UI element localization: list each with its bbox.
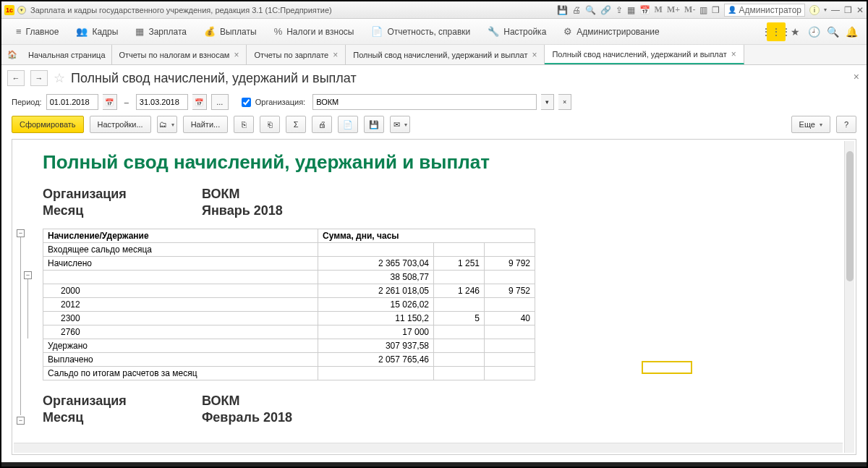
table-row: 201215 026,02 bbox=[43, 298, 535, 312]
find-button[interactable]: Найти... bbox=[183, 116, 229, 133]
month-meta-value-2: Февраль 2018 bbox=[202, 410, 292, 425]
outline-line bbox=[20, 237, 21, 415]
org-dropdown-button[interactable]: ▾ bbox=[541, 94, 554, 110]
menu-nalogi[interactable]: %Налоги и взносы bbox=[265, 26, 363, 37]
expand-button[interactable]: ⎘ bbox=[234, 116, 254, 133]
org-clear-button[interactable]: × bbox=[558, 94, 571, 110]
selected-cell[interactable] bbox=[642, 361, 692, 374]
close-icon[interactable]: × bbox=[333, 50, 338, 60]
menu-zarplata[interactable]: ▦Зарплата bbox=[127, 26, 195, 37]
info-icon[interactable]: i bbox=[809, 5, 820, 15]
report-title: Полный свод начислений, удержаний и выпл… bbox=[43, 151, 844, 174]
more-button[interactable]: Еще▾ bbox=[791, 116, 830, 133]
window-titlebar: 1c ▾ Зарплата и кадры государственного у… bbox=[1, 1, 867, 19]
tab-4-label: Полный свод начислений, удержаний и выпл… bbox=[552, 50, 726, 59]
month-meta-label-2: Месяц bbox=[43, 410, 202, 425]
variants-button[interactable]: 🗂▾ bbox=[157, 116, 177, 133]
user-name: Администратор bbox=[739, 5, 801, 15]
tab-3-label: Полный свод начислений, удержаний и выпл… bbox=[353, 51, 527, 59]
print-button[interactable]: 🖨 bbox=[312, 116, 332, 133]
minimize-icon[interactable]: — bbox=[831, 5, 840, 15]
org-meta-label-2: Организация bbox=[43, 393, 202, 409]
upload-icon[interactable]: ⇪ bbox=[616, 5, 623, 15]
calendar-icon[interactable]: 📅 bbox=[639, 5, 650, 15]
favorite-star-icon[interactable]: ☆ bbox=[54, 70, 65, 86]
save-icon[interactable]: 💾 bbox=[557, 5, 568, 15]
collapse-toggle[interactable]: − bbox=[24, 271, 32, 279]
horizontal-scrollbar[interactable] bbox=[14, 443, 843, 453]
vertical-scrollbar[interactable] bbox=[844, 141, 854, 453]
col-header-2: Сумма, дни, часы bbox=[318, 229, 535, 243]
preview-button[interactable]: 📄 bbox=[338, 116, 358, 133]
calc-icon[interactable]: ▦ bbox=[627, 5, 635, 15]
report-area: − − − Полный свод начислений, удержаний … bbox=[12, 139, 856, 455]
info-dropdown[interactable]: ▾ bbox=[824, 7, 827, 13]
close-window-icon[interactable]: ✕ bbox=[856, 5, 864, 15]
favorites-button[interactable]: ★ bbox=[786, 22, 804, 41]
period-picker-button[interactable]: ... bbox=[211, 94, 229, 110]
org-meta-value: ВОКМ bbox=[202, 187, 240, 202]
calendar-to-button[interactable]: 📅 bbox=[192, 94, 207, 110]
zoom-mminus-icon[interactable]: M- bbox=[684, 4, 695, 15]
table-row: Удержано307 937,58 bbox=[43, 339, 535, 353]
tab-1-label: Отчеты по налогам и взносам bbox=[119, 51, 230, 59]
link-icon[interactable]: 🔗 bbox=[600, 5, 611, 15]
tab-tax-reports[interactable]: Отчеты по налогам и взносам× bbox=[112, 45, 247, 64]
menu-nastr[interactable]: 🔧Настройка bbox=[479, 26, 555, 37]
table-row: 230011 150,2540 bbox=[43, 312, 535, 326]
percent-icon: % bbox=[274, 26, 283, 37]
history-button[interactable]: 🕘 bbox=[804, 22, 823, 41]
save-report-button[interactable]: 💾 bbox=[364, 116, 384, 133]
close-icon[interactable]: × bbox=[532, 50, 537, 60]
org-input[interactable] bbox=[312, 94, 537, 110]
window-icon[interactable]: ❐ bbox=[712, 5, 720, 15]
menu-otchet[interactable]: 📄Отчетность, справки bbox=[362, 26, 479, 37]
tab-salary-reports[interactable]: Отчеты по зарплате× bbox=[247, 45, 346, 64]
page-close-icon[interactable]: × bbox=[854, 71, 859, 82]
nav-forward-button[interactable]: → bbox=[30, 70, 48, 86]
settings-button[interactable]: Настройки... bbox=[90, 116, 151, 133]
app-logo-icon: 1c bbox=[4, 5, 14, 15]
grid-icon[interactable]: ▥ bbox=[699, 5, 707, 15]
collapse-toggle[interactable]: − bbox=[17, 417, 25, 425]
menu-main-icon: ≡ bbox=[16, 26, 22, 37]
search-icon[interactable]: 🔍 bbox=[585, 5, 596, 15]
org-checkbox[interactable] bbox=[242, 98, 251, 107]
app-menu-dropdown[interactable]: ▾ bbox=[17, 6, 26, 14]
help-button[interactable]: ? bbox=[836, 116, 856, 133]
notifications-button[interactable]: 🔔 bbox=[842, 22, 861, 41]
menu-vyplaty[interactable]: 💰Выплаты bbox=[195, 26, 265, 37]
tab-home[interactable]: 🏠 Начальная страница bbox=[1, 45, 112, 64]
window-title: Зарплата и кадры государственного учрежд… bbox=[30, 6, 332, 14]
collapse-button[interactable]: ⎗ bbox=[260, 116, 280, 133]
col-header-1: Начисление/Удержание bbox=[43, 229, 318, 243]
menu-admin[interactable]: ⚙Администрирование bbox=[555, 26, 668, 37]
org-meta-value-2: ВОКМ bbox=[202, 393, 240, 409]
menu-nastr-label: Настройка bbox=[503, 27, 546, 37]
close-icon[interactable]: × bbox=[234, 50, 239, 60]
close-icon[interactable]: × bbox=[731, 49, 736, 59]
tab-svod-1[interactable]: Полный свод начислений, удержаний и выпл… bbox=[346, 45, 545, 64]
menu-zarplata-label: Зарплата bbox=[148, 27, 187, 37]
menu-kadry[interactable]: 👥Кадры bbox=[67, 26, 127, 37]
zoom-m-icon[interactable]: M bbox=[655, 4, 663, 15]
date-to-input[interactable] bbox=[136, 94, 188, 110]
generate-button[interactable]: Сформировать bbox=[12, 116, 84, 133]
sum-button[interactable]: Σ bbox=[286, 116, 306, 133]
calendar-from-button[interactable]: 📅 bbox=[103, 94, 117, 110]
scroll-thumb[interactable] bbox=[846, 151, 854, 281]
search-button[interactable]: 🔍 bbox=[823, 22, 842, 41]
menu-main[interactable]: ≡Главное bbox=[7, 26, 67, 37]
date-from-input[interactable] bbox=[46, 94, 98, 110]
period-label: Период: bbox=[12, 98, 42, 106]
email-button[interactable]: ✉▾ bbox=[390, 116, 410, 133]
tab-svod-2[interactable]: Полный свод начислений, удержаний и выпл… bbox=[545, 45, 744, 64]
table-row: 276017 000 bbox=[43, 326, 535, 339]
maximize-icon[interactable]: ❐ bbox=[844, 5, 852, 15]
apps-button[interactable]: ⋮⋮⋮ bbox=[767, 22, 786, 41]
print-icon[interactable]: 🖨 bbox=[572, 5, 581, 15]
user-badge[interactable]: 👤 Администратор bbox=[724, 4, 805, 17]
nav-back-button[interactable]: ← bbox=[7, 70, 25, 86]
zoom-mplus-icon[interactable]: M+ bbox=[667, 4, 680, 15]
collapse-toggle[interactable]: − bbox=[17, 229, 25, 237]
